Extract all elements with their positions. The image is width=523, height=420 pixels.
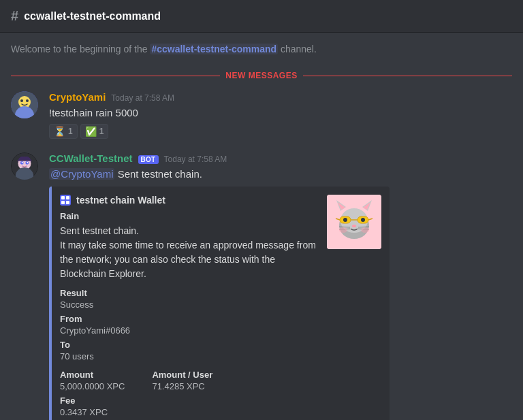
svg-point-3 [20,99,23,102]
message-content-cryptoyami: CryptoYami Today at 7:58 AM !testchain r… [49,91,512,139]
svg-rect-35 [61,201,65,204]
username-bot: CCWallet-Testnet [49,152,133,164]
svg-point-24 [343,218,347,222]
embed-field-result-name: Result [60,288,381,298]
embed-field-amount-per-user-name: Amount / User [152,370,212,380]
avatar-bot [11,152,38,180]
reaction-checkmark-count: 1 [99,127,104,136]
message-group-cryptoyami: CryptoYami Today at 7:58 AM !testchain r… [0,86,523,144]
svg-point-4 [26,99,29,102]
embed-provider-icon [60,195,71,206]
embed-field-from-value: CryptoYami#0666 [60,325,381,336]
embed-field-fee-name: Fee [60,395,381,406]
mention-cryptoyami: @CryptoYami [49,168,114,180]
svg-point-11 [27,162,28,163]
svg-rect-34 [66,196,69,199]
messages-container: Welcome to the beginning of the #ccwalle… [0,33,523,420]
svg-point-10 [22,162,23,163]
welcome-channel-mention: #ccwallet-testnet-command [150,44,278,54]
embed-field-from-name: From [60,314,381,324]
timestamp-msg1: Today at 7:58 AM [111,93,174,103]
embed-field-amount-per-user-value: 71.4285 XPC [152,381,212,391]
channel-header: # ccwallet-testnet-command [0,0,523,33]
embed-field-result-value: Success [60,300,381,310]
welcome-message: Welcome to the beginning of the #ccwalle… [0,38,523,65]
app-container: # ccwallet-testnet-command Welcome to th… [0,0,523,420]
avatar-image-bot [11,152,38,180]
embed-description: Sent testnet chain.It may take some time… [60,224,320,281]
embed-field-fee: Fee 0.3437 XPC [60,395,381,417]
message-header-bot: CCWallet-Testnet BOT Today at 7:58 AM [49,152,512,164]
avatar-cryptoyami [11,91,38,118]
svg-point-25 [361,218,365,222]
reaction-hourglass-emoji: ⏳ [54,126,65,137]
svg-point-26 [352,225,356,227]
welcome-suffix: channel. [278,44,317,54]
channel-title: ccwallet-testnet-command [24,10,161,22]
embed-field-from: From CryptoYami#0666 [60,314,381,336]
welcome-text: Welcome to the beginning of the [11,44,150,54]
embed-field-result: Result Success [60,288,381,310]
message-text-cryptoyami: !testchain rain 5000 [49,106,512,120]
bot-badge: BOT [138,155,159,164]
svg-point-31 [339,227,347,233]
embed-desc-text: Sent testnet chain.It may take some time… [60,225,316,279]
reaction-checkmark-emoji: ✅ [85,126,97,137]
embed-field-amount-name: Amount [60,370,125,380]
message-content-bot: CCWallet-Testnet BOT Today at 7:58 AM @C… [49,152,512,420]
avatar-image-cryptoyami [11,91,38,118]
message-header-cryptoyami: CryptoYami Today at 7:58 AM [49,91,512,103]
reaction-checkmark[interactable]: ✅ 1 [80,124,109,139]
embed-field-amount-value: 5,000.0000 XPC [60,381,125,391]
message-group-bot: CCWallet-Testnet BOT Today at 7:58 AM @C… [0,147,523,420]
channel-hash-icon: # [11,8,18,24]
username-cryptoyami: CryptoYami [49,91,106,103]
reaction-hourglass[interactable]: ⏳ 1 [49,124,78,139]
embed-field-amount: Amount 5,000.0000 XPC [60,370,125,391]
embed-field-to: To 70 users [60,340,381,361]
new-messages-divider: NEW MESSAGES [0,68,523,83]
message-text-suffix: Sent testnet chain. [118,168,202,180]
embed-field-fee-value: 0.3437 XPC [60,407,381,417]
embed-card: testnet chain Wallet Rain Sent testnet c… [49,187,390,420]
embed-fields-row: Amount 5,000.0000 XPC Amount / User 71.4… [60,366,381,391]
embed-field-amount-per-user: Amount / User 71.4285 XPC [152,370,212,391]
svg-point-32 [361,227,369,233]
timestamp-msg2: Today at 7:58 AM [164,155,227,164]
reactions-container: ⏳ 1 ✅ 1 [49,124,512,139]
embed-field-to-name: To [60,340,381,350]
svg-rect-33 [61,196,65,199]
embed-field-to-value: 70 users [60,351,381,361]
embed-thumbnail [327,195,381,249]
svg-rect-36 [66,201,69,204]
embed-provider-name: testnet chain Wallet [76,195,165,206]
reaction-hourglass-count: 1 [68,127,73,136]
new-messages-label: NEW MESSAGES [220,71,302,80]
cat-thumbnail [327,195,381,249]
message-text-bot: @CryptoYami Sent testnet chain. [49,167,512,181]
